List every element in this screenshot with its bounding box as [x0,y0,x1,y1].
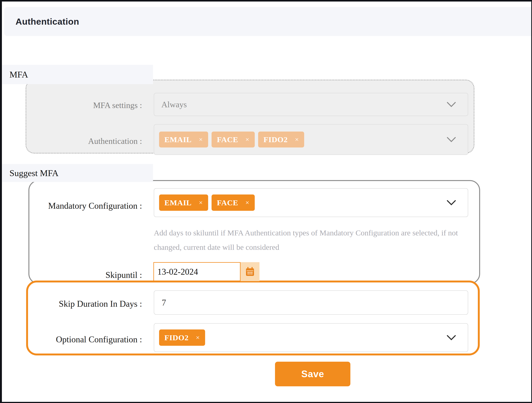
mandatory-configuration-label: Mandatory Configuration : [2,199,142,213]
tag-fido2: FIDO2 × [258,131,304,148]
page-header: Authentication [4,7,531,36]
chevron-down-icon[interactable] [447,200,456,206]
calendar-button[interactable] [241,262,260,281]
close-icon[interactable]: × [196,334,200,341]
section-label-suggest-mfa: Suggest MFA [2,164,153,182]
tag-email: EMAIL × [159,131,208,148]
mfa-settings-select[interactable]: Always [154,93,468,116]
mfa-settings-value: Always [161,100,187,109]
skipuntil-date-input[interactable] [153,262,241,281]
skip-duration-input[interactable] [154,290,468,315]
tag-fido2: FIDO2 × [159,329,205,346]
calendar-icon [245,266,255,277]
close-icon[interactable]: × [199,136,203,143]
authentication-label: Authentication : [2,135,142,148]
skipuntil-help-text: Add days to skiluntil if MFA Authenticat… [154,226,480,254]
optional-configuration-label: Optional Configuration : [2,333,142,346]
close-icon[interactable]: × [295,136,299,143]
page-title: Authentication [16,16,79,27]
mfa-settings-label: MFA settings : [2,99,142,112]
mandatory-configuration-multiselect[interactable]: EMAIL × FACE × [154,188,468,217]
section-label-mfa: MFA [2,65,153,84]
close-icon[interactable]: × [246,136,249,143]
chevron-down-icon[interactable] [447,137,456,142]
tag-face: FACE × [212,131,255,148]
chevron-down-icon[interactable] [447,102,456,107]
save-button[interactable]: Save [275,362,350,386]
optional-configuration-multiselect[interactable]: FIDO2 × [154,323,468,352]
tag-face: FACE × [212,195,255,211]
skipuntil-label: Skipuntil : [2,268,142,282]
close-icon[interactable]: × [199,199,203,206]
skipuntil-date-field [153,262,260,281]
close-icon[interactable]: × [246,199,249,206]
skip-duration-label: Skip Duration In Days : [2,297,142,311]
authentication-multiselect[interactable]: EMAIL × FACE × FIDO2 × [154,124,468,155]
tag-email: EMAIL × [159,195,208,211]
chevron-down-icon[interactable] [447,335,456,340]
authentication-settings-page: Authentication MFA Suggest MFA MFA setti… [0,0,532,403]
